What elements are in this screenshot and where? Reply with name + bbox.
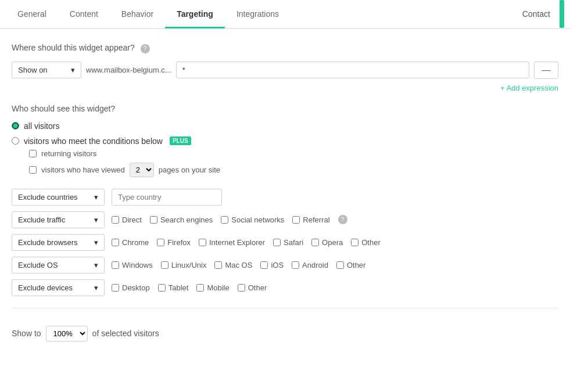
who-question: Who should see this widget? <box>12 104 558 113</box>
exclude-os-select[interactable]: Exclude OS ▾ <box>12 257 105 274</box>
traffic-help-icon[interactable]: ? <box>338 215 347 224</box>
traffic-social-networks[interactable]: Social networks <box>221 215 284 224</box>
url-row: Show on ▾ www.mailbox-belgium.c... — <box>12 62 558 79</box>
divider <box>12 308 558 308</box>
add-expression-link[interactable]: + Add expression <box>12 84 558 92</box>
traffic-referral-input[interactable] <box>292 216 300 224</box>
traffic-direct[interactable]: Direct <box>112 215 142 224</box>
show-to-suffix: of selected visitors <box>92 329 159 338</box>
content-area: Where should this widget appear? ? Show … <box>0 29 570 361</box>
browser-checkboxes: Chrome Firefox Internet Explorer Safari … <box>112 238 381 247</box>
exclude-traffic-select[interactable]: Exclude traffic ▾ <box>12 211 105 228</box>
radio-conditions-input[interactable] <box>12 137 19 145</box>
os-windows-input[interactable] <box>112 261 119 269</box>
pages-viewed-prefix: visitors who have viewed <box>41 166 125 174</box>
country-search-input[interactable] <box>112 189 222 206</box>
traffic-checkboxes: Direct Search engines Social networks Re… <box>112 215 347 224</box>
green-accent-bar <box>560 0 564 28</box>
device-other[interactable]: Other <box>238 283 267 292</box>
browser-opera[interactable]: Opera <box>311 238 343 247</box>
browser-firefox[interactable]: Firefox <box>157 238 191 247</box>
os-other[interactable]: Other <box>336 261 366 269</box>
browser-safari[interactable]: Safari <box>273 238 303 247</box>
tab-targeting[interactable]: Targeting <box>165 1 225 28</box>
chevron-down-icon: ▾ <box>94 193 98 202</box>
url-pattern-input[interactable] <box>176 62 529 78</box>
pages-viewed-suffix: pages on your site <box>159 166 220 174</box>
traffic-direct-input[interactable] <box>112 216 119 224</box>
os-android[interactable]: Android <box>292 261 328 269</box>
returning-visitors-label: returning visitors <box>41 149 96 158</box>
os-macos[interactable]: Mac OS <box>214 261 252 269</box>
url-domain: www.mailbox-belgium.c... <box>86 66 171 74</box>
radio-all-visitors[interactable]: all visitors <box>12 121 558 131</box>
percent-select[interactable]: 100% 10%20%30% 40%50%60% 70%80%90% <box>46 326 88 341</box>
os-windows[interactable]: Windows <box>112 261 153 269</box>
traffic-referral[interactable]: Referral <box>292 215 329 224</box>
os-linux[interactable]: Linux/Unix <box>161 261 207 269</box>
traffic-social-input[interactable] <box>221 216 228 224</box>
device-other-input[interactable] <box>238 284 245 292</box>
traffic-search-input[interactable] <box>150 216 157 224</box>
returning-visitors-input[interactable] <box>29 150 37 157</box>
contact-button[interactable]: Contact <box>513 5 560 23</box>
device-mobile[interactable]: Mobile <box>196 283 229 292</box>
traffic-search-engines[interactable]: Search engines <box>150 215 213 224</box>
browser-safari-input[interactable] <box>273 239 281 246</box>
nav-right: Contact <box>513 0 564 28</box>
visitor-radio-group: all visitors visitors who meet the condi… <box>12 121 558 146</box>
os-other-input[interactable] <box>336 261 344 269</box>
exclude-browsers-select[interactable]: Exclude browsers ▾ <box>12 234 105 251</box>
remove-expression-button[interactable]: — <box>534 62 558 79</box>
show-to-prefix: Show to <box>12 329 41 338</box>
browser-opera-input[interactable] <box>311 239 319 246</box>
browser-firefox-input[interactable] <box>157 239 164 246</box>
radio-conditions[interactable]: visitors who meet the conditions below P… <box>12 136 558 146</box>
chevron-down-icon: ▾ <box>71 66 75 74</box>
filter-browsers-row: Exclude browsers ▾ Chrome Firefox Intern… <box>12 234 558 251</box>
plus-badge: PLUS <box>170 136 191 145</box>
browser-other-input[interactable] <box>351 239 359 246</box>
pages-viewed-input[interactable] <box>29 166 37 174</box>
filter-os-row: Exclude OS ▾ Windows Linux/Unix Mac OS <box>12 257 558 274</box>
radio-conditions-label: visitors who meet the conditions below <box>24 136 163 146</box>
chevron-down-icon: ▾ <box>94 238 98 247</box>
device-tablet[interactable]: Tablet <box>158 283 189 292</box>
device-checkboxes: Desktop Tablet Mobile Other <box>112 283 267 292</box>
chevron-down-icon: ▾ <box>94 261 98 269</box>
device-desktop-input[interactable] <box>112 284 119 292</box>
exclude-devices-select[interactable]: Exclude devices ▾ <box>12 279 105 296</box>
os-android-input[interactable] <box>292 261 299 269</box>
tab-integrations[interactable]: Integrations <box>225 1 291 28</box>
show-to-row: Show to 100% 10%20%30% 40%50%60% 70%80%9… <box>12 320 558 347</box>
returning-visitors-checkbox[interactable]: returning visitors <box>29 149 558 158</box>
chevron-down-icon: ▾ <box>94 215 98 224</box>
filter-section: Exclude countries ▾ Exclude traffic ▾ Di… <box>12 189 558 296</box>
pages-count-select[interactable]: 2345 <box>130 163 154 177</box>
device-tablet-input[interactable] <box>158 284 166 292</box>
os-linux-input[interactable] <box>161 261 169 269</box>
filter-devices-row: Exclude devices ▾ Desktop Tablet Mobile <box>12 279 558 296</box>
browser-ie-input[interactable] <box>199 239 206 246</box>
browser-other[interactable]: Other <box>351 238 381 247</box>
os-macos-input[interactable] <box>214 261 222 269</box>
device-desktop[interactable]: Desktop <box>112 283 150 292</box>
filter-traffic-row: Exclude traffic ▾ Direct Search engines … <box>12 211 558 228</box>
help-icon[interactable]: ? <box>141 44 150 53</box>
os-ios[interactable]: iOS <box>260 261 284 269</box>
tab-content[interactable]: Content <box>58 1 110 28</box>
pages-viewed-checkbox[interactable]: visitors who have viewed 2345 pages on y… <box>29 163 558 177</box>
radio-all-visitors-input[interactable] <box>12 122 19 130</box>
os-ios-input[interactable] <box>260 261 268 269</box>
tab-general[interactable]: General <box>6 1 58 28</box>
show-on-select[interactable]: Show on ▾ <box>12 62 81 78</box>
tab-behavior[interactable]: Behavior <box>110 1 165 28</box>
who-section: Who should see this widget? all visitors… <box>12 104 558 177</box>
browser-chrome-input[interactable] <box>112 239 119 246</box>
exclude-countries-select[interactable]: Exclude countries ▾ <box>12 189 105 206</box>
browser-ie[interactable]: Internet Explorer <box>199 238 265 247</box>
conditions-checkboxes: returning visitors visitors who have vie… <box>29 149 558 177</box>
os-checkboxes: Windows Linux/Unix Mac OS iOS Android <box>112 261 365 269</box>
device-mobile-input[interactable] <box>196 284 204 292</box>
browser-chrome[interactable]: Chrome <box>112 238 149 247</box>
